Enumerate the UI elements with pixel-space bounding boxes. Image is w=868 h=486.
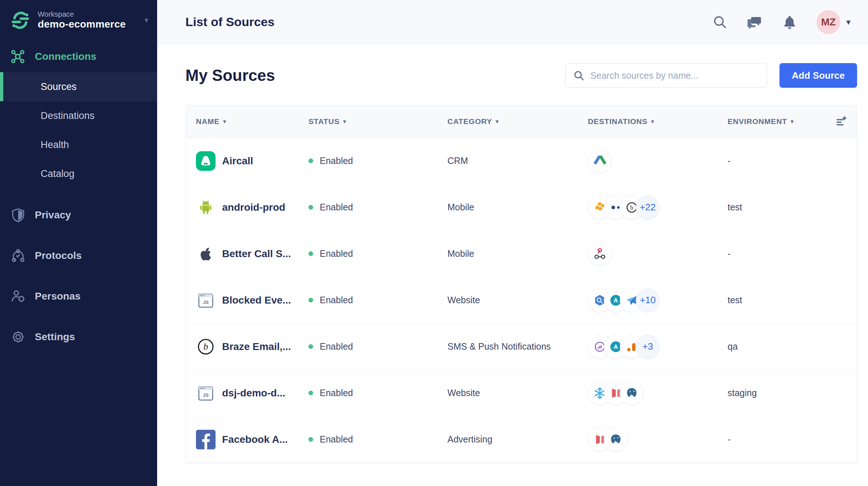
search-icon xyxy=(573,70,585,81)
sidebar-item-label: Protocols xyxy=(35,250,82,261)
column-header-environment[interactable]: ENVIRONMENT▾ xyxy=(728,117,824,126)
avatar[interactable]: MZ xyxy=(816,10,840,34)
table-row[interactable]: android-prod Enabled Mobile b+22 test xyxy=(186,184,857,231)
status-cell: Enabled xyxy=(308,156,447,166)
braze-icon: b xyxy=(196,337,216,357)
status-label: Enabled xyxy=(320,202,353,213)
source-name: Aircall xyxy=(222,155,253,167)
status-label: Enabled xyxy=(320,295,353,305)
environment-label: staging xyxy=(728,388,824,398)
source-name: Facebook A... xyxy=(222,434,288,445)
table-row[interactable]: b Braze Email,... Enabled SMS & Push Not… xyxy=(186,324,857,370)
status-label: Enabled xyxy=(320,388,353,398)
javascript-icon: JS xyxy=(196,383,216,403)
status-dot xyxy=(308,205,313,210)
source-name: Braze Email,... xyxy=(222,341,291,353)
search-input[interactable] xyxy=(590,70,760,81)
source-name: android-prod xyxy=(222,202,285,213)
source-name: Better Call S... xyxy=(222,248,291,260)
sidebar-item-destinations[interactable]: Destinations xyxy=(0,101,157,130)
workspace-switcher[interactable]: Workspace demo-ecommerce ▾ xyxy=(0,0,157,41)
sidebar-item-catalog[interactable]: Catalog xyxy=(0,159,157,188)
more-destinations-badge[interactable]: +3 xyxy=(636,335,660,359)
status-dot xyxy=(308,391,313,395)
svg-text:A: A xyxy=(614,297,618,304)
column-header-destinations[interactable]: DESTINATIONS▾ xyxy=(588,117,728,126)
destinations-stack: b+22 xyxy=(588,195,728,219)
connections-subnav: Sources Destinations Health Catalog xyxy=(0,72,157,188)
name-cell: Aircall xyxy=(196,151,308,171)
name-cell: b Braze Email,... xyxy=(196,337,308,357)
facebook-icon xyxy=(196,430,216,449)
category-label: SMS & Push Notifications xyxy=(447,341,588,352)
sidebar-item-settings[interactable]: Settings xyxy=(0,317,157,357)
environment-label: - xyxy=(728,156,824,166)
sort-caret-icon: ▾ xyxy=(496,118,499,125)
name-cell: JS Blocked Eve... xyxy=(196,291,308,310)
connections-icon xyxy=(11,50,25,63)
table-row[interactable]: Aircall Enabled CRM - xyxy=(186,138,857,184)
aircall-icon xyxy=(196,151,216,171)
destinations-stack: A+10 xyxy=(588,288,728,312)
destinations-stack xyxy=(588,428,728,452)
shield-icon xyxy=(11,208,25,222)
category-label: Website xyxy=(447,295,588,305)
sidebar-item-personas[interactable]: Personas xyxy=(0,276,157,317)
column-header-category[interactable]: CATEGORY▾ xyxy=(447,117,588,126)
status-cell: Enabled xyxy=(308,434,447,445)
status-dot xyxy=(308,251,313,256)
status-label: Enabled xyxy=(320,341,353,352)
svg-text:A: A xyxy=(614,343,618,350)
postgres-icon xyxy=(620,381,644,405)
category-label: Website xyxy=(447,388,588,398)
search-icon[interactable] xyxy=(712,14,728,30)
personas-icon xyxy=(11,289,25,304)
apple-icon xyxy=(196,244,216,264)
sidebar-item-sources[interactable]: Sources xyxy=(0,72,157,101)
name-cell: Facebook A... xyxy=(196,430,308,449)
sources-search xyxy=(565,63,767,88)
status-dot xyxy=(308,344,313,349)
sort-caret-icon: ▾ xyxy=(791,118,794,125)
add-source-button[interactable]: Add Source xyxy=(779,63,857,88)
more-destinations-badge[interactable]: +10 xyxy=(636,288,660,312)
environment-label: test xyxy=(728,202,824,213)
table-header: NAME▾ STATUS▾ CATEGORY▾ DESTINATIONS▾ EN… xyxy=(186,106,857,138)
table-row[interactable]: JS Blocked Eve... Enabled Website A+10 t… xyxy=(186,277,857,324)
source-name: dsj-demo-d... xyxy=(222,387,285,399)
sidebar-item-protocols[interactable]: Protocols xyxy=(0,235,157,276)
chat-icon[interactable] xyxy=(747,14,763,30)
destinations-stack xyxy=(588,381,728,405)
sidebar-item-health[interactable]: Health xyxy=(0,130,157,159)
table-row[interactable]: Better Call S... Enabled Mobile - xyxy=(186,231,857,277)
status-cell: Enabled xyxy=(308,248,447,259)
category-label: Mobile xyxy=(447,248,588,259)
sort-caret-icon: ▾ xyxy=(223,118,226,125)
protocols-icon xyxy=(11,248,25,263)
sidebar-item-privacy[interactable]: Privacy xyxy=(0,195,157,235)
page-title: List of Sources xyxy=(185,15,693,29)
status-cell: Enabled xyxy=(308,202,447,213)
sidebar-item-label: Connections xyxy=(35,51,97,62)
workspace-name: demo-ecommerce xyxy=(38,18,142,30)
android-icon xyxy=(196,198,216,217)
sources-table: NAME▾ STATUS▾ CATEGORY▾ DESTINATIONS▾ EN… xyxy=(185,105,857,463)
sort-caret-icon: ▾ xyxy=(651,118,654,125)
column-header-name[interactable]: NAME▾ xyxy=(196,117,308,126)
sidebar-item-connections[interactable]: Connections xyxy=(0,41,157,72)
content-area: My Sources Add Source NAME▾ STATUS▾ CATE… xyxy=(157,44,868,486)
bell-icon[interactable] xyxy=(782,14,798,30)
chevron-down-icon: ▾ xyxy=(144,16,148,25)
chevron-down-icon[interactable]: ▾ xyxy=(846,17,851,27)
table-row[interactable]: JS dsj-demo-d... Enabled Website staging xyxy=(186,370,857,416)
category-label: Advertising xyxy=(447,434,588,445)
gear-icon xyxy=(11,330,25,344)
workspace-label: Workspace xyxy=(38,10,74,18)
edit-columns-icon[interactable] xyxy=(835,115,857,128)
status-dot xyxy=(308,158,313,163)
more-destinations-badge[interactable]: +22 xyxy=(636,195,660,219)
table-row[interactable]: Facebook A... Enabled Advertising - xyxy=(186,416,857,463)
sidebar: Workspace demo-ecommerce ▾ Connections S… xyxy=(0,0,157,486)
source-name: Blocked Eve... xyxy=(222,295,291,306)
column-header-status[interactable]: STATUS▾ xyxy=(308,117,447,126)
